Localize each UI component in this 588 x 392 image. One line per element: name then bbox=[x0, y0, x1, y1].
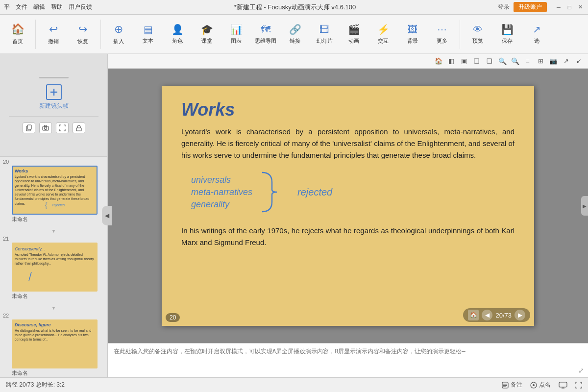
toolbar-link-label: 链接 bbox=[290, 37, 300, 45]
slide-name-20: 未命名 bbox=[2, 216, 28, 223]
menu-edit[interactable]: 编辑 bbox=[33, 3, 45, 11]
monitor-button[interactable] bbox=[559, 382, 567, 389]
more-icon: ⋯ bbox=[437, 24, 447, 35]
collapse-panel-button[interactable]: ◀ bbox=[102, 206, 112, 225]
app-icon: 平 bbox=[4, 3, 10, 11]
toolbar-preview[interactable]: 👁 预览 bbox=[464, 17, 491, 51]
window-controls: ─ □ ✕ bbox=[555, 3, 584, 11]
slide-item-22: 22 Discourse, figure He distinguishes wh… bbox=[2, 313, 105, 377]
slide-nav-area: 🏠 ◀ 20/73 ▶ bbox=[463, 308, 530, 322]
titlebar-left: 平 文件 编辑 帮助 用户反馈 bbox=[4, 3, 92, 11]
expand-button[interactable]: ↗ bbox=[561, 56, 571, 67]
toolbar-class[interactable]: 🎓 课堂 bbox=[193, 17, 220, 51]
plus-icon bbox=[46, 84, 62, 100]
brace-svg bbox=[257, 170, 287, 214]
maximize-button[interactable]: □ bbox=[565, 3, 573, 11]
fit-button[interactable] bbox=[56, 122, 69, 133]
slide-canvas-area: Works Lyotard's work is characterised by… bbox=[108, 69, 588, 343]
toolbar-choose[interactable]: ↗ 选 bbox=[523, 17, 550, 51]
toolbar-text[interactable]: ▤ 文本 bbox=[134, 17, 162, 51]
slide-bottom-text: In his writings of the early 1970s, he r… bbox=[162, 223, 534, 250]
statusbar-right: 备注 点名 bbox=[502, 381, 582, 389]
toolbar-slide[interactable]: 🎞 幻灯片 bbox=[311, 17, 338, 51]
view-left-button[interactable]: ◧ bbox=[446, 56, 457, 67]
toolbar-more-label: 更多 bbox=[437, 37, 447, 45]
notes-label: 备注 bbox=[511, 381, 522, 389]
toolbar-chart[interactable]: 📊 图表 bbox=[222, 17, 250, 51]
toolbar-bg-label: 背景 bbox=[407, 37, 418, 45]
slide-thumbnail-21[interactable]: Consequently... As noted Theodor W. Ador… bbox=[12, 243, 98, 292]
toolbar-more[interactable]: ⋯ 更多 bbox=[428, 17, 456, 51]
toolbar-insert[interactable]: ⊕ 插入 bbox=[105, 17, 132, 51]
upgrade-button[interactable]: 升级账户 bbox=[514, 2, 547, 12]
slide-title: Works bbox=[162, 86, 534, 126]
screenshot-button[interactable]: 📷 bbox=[548, 56, 559, 67]
toolbar-save[interactable]: 💾 保存 bbox=[493, 17, 521, 51]
menu-feedback[interactable]: 用户反馈 bbox=[69, 3, 92, 11]
slide-thumb-title-20: Works bbox=[13, 167, 97, 174]
notes-expand-button[interactable]: ⤢ bbox=[578, 367, 584, 374]
points-status-button[interactable]: 点名 bbox=[530, 381, 551, 389]
toolbar-slide-label: 幻灯片 bbox=[317, 37, 333, 45]
new-frame-label: 新建镜头帧 bbox=[39, 102, 69, 110]
login-button[interactable]: 登录 bbox=[498, 3, 510, 11]
concept-generality: generality bbox=[191, 199, 252, 210]
titlebar-right: 登录 升级账户 ─ □ ✕ bbox=[498, 2, 584, 12]
nav-home-button[interactable]: 🏠 bbox=[468, 310, 479, 320]
slide-thumbnail-22[interactable]: Discourse, figure He distinguishes what … bbox=[12, 319, 98, 368]
center-area: ◀ 🏠 ◧ ▣ ❑ ❑ 🔍 🔍− ≡ ⊞ 📷 ↗ ↙ Works Lyot bbox=[108, 54, 588, 377]
toolbar-bg[interactable]: 🖼 背景 bbox=[399, 17, 426, 51]
menu-help[interactable]: 帮助 bbox=[51, 3, 63, 11]
nav-prev-button[interactable]: ◀ bbox=[482, 310, 492, 320]
home-icon: 🏠 bbox=[11, 23, 24, 36]
copy-frame-button[interactable] bbox=[23, 122, 35, 133]
toolbar-class-label: 课堂 bbox=[201, 37, 212, 45]
toolbar-animate-label: 动画 bbox=[348, 37, 359, 45]
fullscreen-button[interactable] bbox=[575, 382, 582, 389]
lock-button[interactable] bbox=[73, 122, 85, 133]
toolbar-mindmap[interactable]: 🗺 思维导图 bbox=[252, 17, 279, 51]
close-button[interactable]: ✕ bbox=[576, 3, 584, 11]
toolbar-sep-3 bbox=[460, 20, 460, 49]
slide-thumbnail-20[interactable]: Works Lyotard's work is characterised by… bbox=[12, 166, 98, 215]
svg-rect-7 bbox=[76, 128, 81, 131]
notes-input[interactable] bbox=[114, 347, 582, 373]
monitor-icon bbox=[559, 382, 567, 389]
undo-icon: ↩ bbox=[49, 23, 58, 36]
toolbar-undo[interactable]: ↩ 撤销 bbox=[40, 17, 67, 51]
minimize-button[interactable]: ─ bbox=[555, 3, 563, 11]
toolbar-role[interactable]: 👤 角色 bbox=[164, 17, 191, 51]
nav-page-display: 20/73 bbox=[495, 312, 512, 319]
svg-text:{: { bbox=[45, 201, 48, 209]
home-view-button[interactable]: 🏠 bbox=[433, 56, 444, 67]
menu-file[interactable]: 文件 bbox=[16, 3, 27, 11]
toolbar-animate[interactable]: 🎬 动画 bbox=[340, 17, 368, 51]
view-frame1-button[interactable]: ❑ bbox=[471, 56, 482, 67]
toolbar-link[interactable]: 🔗 链接 bbox=[281, 17, 309, 51]
zoom-out-button[interactable]: 🔍− bbox=[510, 56, 520, 67]
toolbar-mindmap-label: 思维导图 bbox=[255, 37, 276, 45]
view-full-button[interactable]: ▣ bbox=[459, 56, 469, 67]
compress-button[interactable]: ↙ bbox=[573, 56, 584, 67]
camera-button[interactable] bbox=[39, 122, 52, 133]
zoom-in-button[interactable]: 🔍 bbox=[497, 56, 508, 67]
bg-icon: 🖼 bbox=[408, 24, 417, 35]
slide-body: Lyotard's work is characterised by a per… bbox=[162, 126, 534, 161]
layout-button[interactable]: ⊞ bbox=[535, 56, 546, 67]
right-collapse-button[interactable]: ▶ bbox=[581, 196, 588, 216]
new-frame-button[interactable]: 新建镜头帧 bbox=[39, 84, 69, 110]
slide-name-22: 未命名 bbox=[2, 369, 28, 377]
toolbar-home[interactable]: 🏠 首页 bbox=[4, 17, 31, 51]
toolbar-interact[interactable]: ⚡ 交互 bbox=[369, 17, 397, 51]
nav-next-button[interactable]: ▶ bbox=[514, 310, 525, 320]
notes-status-button[interactable]: 备注 bbox=[502, 381, 522, 389]
rejected-label: rejected bbox=[297, 187, 332, 198]
interact-icon: ⚡ bbox=[377, 24, 390, 35]
grid-button[interactable]: ≡ bbox=[522, 56, 533, 67]
toolbar-redo[interactable]: ↪ 恢复 bbox=[69, 17, 97, 51]
panel-toolbar bbox=[23, 122, 85, 133]
slide-sep-2: ▼ bbox=[2, 303, 105, 313]
view-frame2-button[interactable]: ❑ bbox=[484, 56, 495, 67]
notes-area: ⤢ bbox=[108, 343, 588, 377]
sep-line-2: ▼ bbox=[51, 305, 56, 311]
